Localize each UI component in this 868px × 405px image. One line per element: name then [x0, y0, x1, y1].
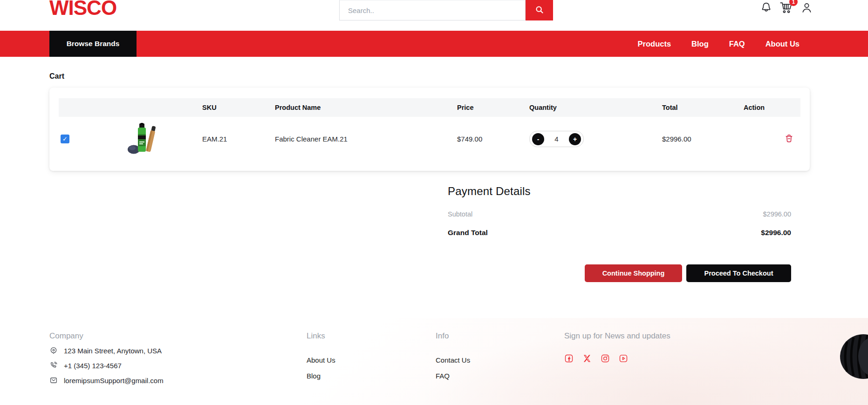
footer-email: loremipsumSupport@gmail.com	[49, 375, 164, 385]
decrease-quantity-button[interactable]: -	[532, 133, 544, 145]
item-select-checkbox[interactable]	[61, 135, 69, 143]
column-header-quantity: Quantity	[529, 104, 660, 111]
column-header-price: Price	[455, 104, 529, 111]
location-pin-icon	[49, 346, 58, 355]
footer-link-faq[interactable]: FAQ	[436, 372, 470, 381]
cart-page: WISCO	[0, 0, 868, 405]
tire-decoration-image	[838, 315, 868, 385]
column-header-total: Total	[660, 104, 744, 111]
footer-link-about-us[interactable]: About Us	[307, 356, 335, 365]
user-account-icon[interactable]	[800, 1, 813, 14]
item-price: $749.00	[455, 135, 529, 143]
continue-shopping-button[interactable]: Continue Shopping	[585, 264, 682, 282]
footer-phone: +1 (345) 123-4567	[49, 360, 164, 371]
footer-links-heading: Links	[307, 331, 335, 341]
facebook-icon[interactable]	[564, 354, 574, 363]
quantity-value: 4	[554, 135, 558, 143]
grand-total-value: $2996.00	[761, 229, 791, 237]
cart-card: SKU Product Name Price Quantity Total Ac…	[49, 88, 810, 171]
phone-icon	[49, 361, 58, 370]
nav-links: Products Blog FAQ About Us	[638, 31, 800, 57]
subtotal-row: Subtotal $2996.00	[448, 210, 791, 219]
grand-total-label: Grand Total	[448, 229, 488, 237]
top-header: WISCO	[0, 0, 868, 31]
footer-newsletter-heading: Sign up for News and updates	[564, 331, 670, 341]
grand-total-row: Grand Total $2996.00	[448, 229, 791, 237]
footer-email-text: loremipsumSupport@gmail.com	[64, 377, 164, 385]
footer-info-column: Info Contact Us FAQ	[436, 331, 470, 381]
payment-details-title: Payment Details	[448, 185, 791, 198]
proceed-to-checkout-button[interactable]: Proceed To Checkout	[686, 264, 791, 282]
footer-link-blog[interactable]: Blog	[307, 372, 335, 381]
nav-link-blog[interactable]: Blog	[691, 40, 709, 48]
footer-phone-text: +1 (345) 123-4567	[64, 362, 122, 370]
footer-company-column: Company 123 Main Street, Anytown, USA	[49, 331, 164, 385]
x-twitter-icon[interactable]	[582, 354, 592, 363]
brand-logo[interactable]: WISCO	[49, 0, 116, 20]
column-header-sku: SKU	[194, 104, 273, 111]
column-header-product-name: Product Name	[273, 104, 455, 111]
shopping-cart-icon[interactable]: 1	[779, 1, 793, 14]
youtube-icon[interactable]	[619, 354, 628, 363]
payment-details-section: Payment Details Subtotal $2996.00 Grand …	[448, 185, 791, 282]
cart-count-badge: 1	[789, 0, 798, 6]
footer-newsletter-column: Sign up for News and updates	[564, 331, 670, 363]
search-button[interactable]	[526, 0, 553, 20]
instagram-icon[interactable]	[601, 354, 610, 363]
email-icon	[49, 376, 58, 385]
notifications-bell-icon[interactable]	[760, 1, 772, 14]
browse-brands-button[interactable]: Browse Brands	[49, 31, 137, 57]
item-total: $2996.00	[660, 135, 744, 143]
footer-links-column: Links About Us Blog	[307, 331, 335, 381]
item-name: Fabric Cleaner EAM.21	[273, 135, 455, 143]
nav-link-faq[interactable]: FAQ	[729, 40, 745, 48]
increase-quantity-button[interactable]: +	[569, 133, 581, 145]
footer-link-contact-us[interactable]: Contact Us	[436, 356, 470, 365]
delete-item-button[interactable]	[784, 134, 794, 145]
social-links	[564, 354, 670, 363]
footer-info-heading: Info	[436, 331, 470, 341]
quantity-stepper[interactable]: - 4 +	[529, 131, 584, 147]
page-title: Cart	[49, 72, 868, 81]
nav-link-products[interactable]: Products	[638, 40, 671, 48]
search-bar	[339, 0, 553, 20]
trash-icon	[784, 134, 794, 145]
footer-address: 123 Main Street, Anytown, USA	[49, 345, 164, 356]
footer-company-heading: Company	[49, 331, 164, 341]
column-header-action: Action	[744, 104, 800, 111]
footer: Company 123 Main Street, Anytown, USA	[0, 318, 868, 405]
header-icons: 1	[760, 1, 813, 14]
subtotal-label: Subtotal	[448, 210, 472, 218]
search-icon	[534, 5, 545, 16]
search-input[interactable]	[339, 0, 526, 20]
subtotal-value: $2996.00	[763, 210, 791, 218]
cart-actions: Continue Shopping Proceed To Checkout	[448, 264, 791, 282]
main-nav: Browse Brands Products Blog FAQ About Us	[0, 31, 868, 57]
product-image	[91, 123, 194, 155]
item-sku: EAM.21	[194, 135, 273, 143]
cart-table-header: SKU Product Name Price Quantity Total Ac…	[59, 98, 800, 117]
nav-link-about-us[interactable]: About Us	[765, 40, 800, 48]
footer-address-text: 123 Main Street, Anytown, USA	[64, 347, 162, 355]
cart-item-row: EAM.21 Fabric Cleaner EAM.21 $749.00 - 4…	[59, 117, 800, 161]
main-content: Cart SKU Product Name Price Quantity Tot…	[0, 57, 868, 282]
